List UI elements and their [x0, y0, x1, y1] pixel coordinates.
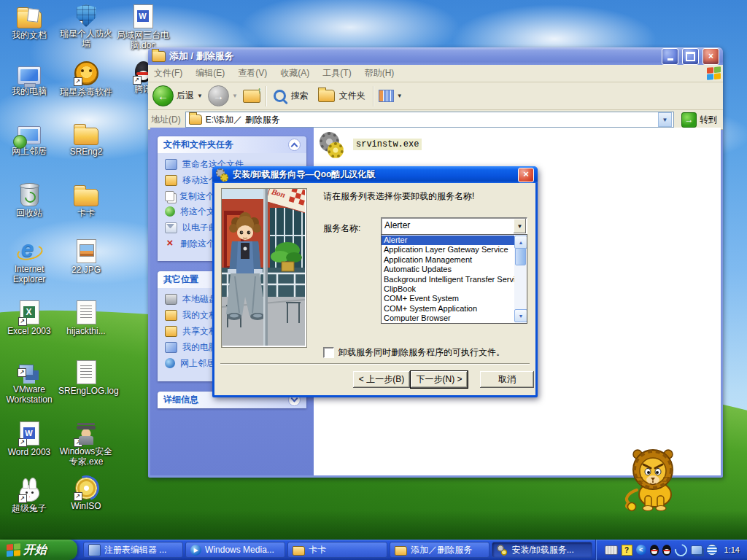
service-option[interactable]: Alerter — [382, 236, 514, 245]
desktop-icon-sreng2-folder[interactable]: SREng2 — [58, 121, 114, 158]
qq-tray-icon-1[interactable] — [650, 545, 659, 556]
menu-favorites[interactable]: 收藏(A) — [280, 67, 309, 79]
menu-tools[interactable]: 工具(T) — [322, 67, 351, 79]
desktop-icon-srenglog[interactable]: SREngLOG.log — [58, 360, 114, 397]
dialog-title-bar[interactable]: 安装/卸载服务向导—Qoo酷儿汉化版 × — [212, 166, 538, 183]
service-combobox[interactable]: Alerter ▼ — [381, 217, 527, 235]
close-button[interactable]: × — [703, 48, 719, 65]
service-option[interactable]: Application Layer Gateway Service — [382, 245, 514, 254]
address-field[interactable]: E:\添加／ 删除服务 ▼ — [185, 112, 674, 128]
desktop-icon-rising-firewall[interactable]: ↗瑞星个人防火墙 — [58, 4, 114, 50]
go-button[interactable]: → 转到 — [678, 112, 720, 128]
rising-lion-mascot[interactable] — [621, 445, 685, 514]
previous-step-button[interactable]: < 上一步(B) — [352, 370, 411, 389]
service-option[interactable]: ClipBook — [382, 284, 514, 294]
service-dropdown-list[interactable]: AlerterApplication Layer Gateway Service… — [381, 234, 527, 324]
desktop-icon-label: 我的电脑 — [1, 87, 57, 97]
folder-window-icon — [152, 51, 166, 62]
delete-executable-option[interactable]: 卸载服务同时删除服务程序的可执行文件。 — [323, 346, 505, 359]
maximize-button[interactable] — [682, 48, 699, 65]
service-option[interactable]: COM+ Event System — [382, 294, 514, 303]
up-folder-button[interactable] — [243, 90, 260, 103]
swirl-tray-icon[interactable] — [672, 541, 689, 559]
qq-tray-icon-2[interactable] — [662, 545, 671, 556]
forward-dropdown-caret-icon[interactable]: ▼ — [232, 93, 238, 99]
scrollbar-thumb[interactable] — [515, 248, 526, 265]
desktop-icon-super-rabbit[interactable]: ↗超级兔子 — [1, 477, 57, 514]
folders-button[interactable]: 文件夹 — [316, 90, 368, 102]
desktop-icon-network-places[interactable]: 网上邻居 — [1, 121, 57, 157]
desktop-icon-excel-2003[interactable]: ↗Excel 2003 — [1, 300, 57, 337]
desktop-icon-word-2003[interactable]: ↗Word 2003 — [1, 421, 57, 458]
address-dropdown-button[interactable]: ▼ — [658, 112, 672, 127]
back-dropdown-caret-icon[interactable]: ▼ — [197, 93, 203, 99]
file-name: srvinstw.exe — [353, 139, 422, 150]
desktop-icon-hijackthis[interactable]: hijackthi... — [58, 300, 114, 337]
desktop-icon-jpg-22[interactable]: 22.JPG — [58, 239, 114, 276]
rising-tray-icon[interactable] — [706, 544, 718, 556]
desktop-icon-label: Windows安全专家.exe — [58, 447, 114, 467]
desktop-icon-vmware[interactable]: ↗VMware Workstation — [1, 360, 57, 405]
back-label: 后退 — [177, 90, 194, 102]
desktop-icon-my-documents[interactable]: 我的文档 — [1, 4, 57, 41]
mydocs-icon — [165, 310, 177, 321]
service-option[interactable]: Background Intelligent Transfer Servi — [382, 275, 514, 284]
desktop-icon-lan-doc[interactable]: 局域网三台电脑.doc — [115, 4, 171, 51]
desktop-icon-my-computer[interactable]: 我的电脑 — [1, 61, 57, 97]
desktop-icon-winiso[interactable]: ↗WinISO — [58, 477, 114, 512]
security-expert-icon: ↗ — [76, 421, 96, 445]
views-dropdown-caret-icon[interactable]: ▼ — [397, 93, 403, 99]
collapse-tray-icon[interactable]: < — [636, 545, 646, 555]
taskbar-button-kaka[interactable]: 卡卡 — [287, 542, 387, 558]
taskbar-button-label: 注册表编辑器 ... — [104, 544, 178, 556]
network-places-icon — [18, 126, 41, 144]
desktop-icon-internet-explorer[interactable]: Internet Explorer — [1, 239, 57, 285]
minimize-button[interactable] — [662, 48, 678, 65]
taskbar-button-regedit[interactable]: 注册表编辑器 ... — [83, 542, 183, 558]
menu-edit[interactable]: 编辑(E) — [196, 67, 225, 79]
scroll-down-arrow-icon[interactable]: ▼ — [514, 309, 527, 322]
menu-help[interactable]: 帮助(H) — [365, 67, 395, 79]
tray-clock[interactable]: 1:14 — [724, 545, 740, 554]
shortcut-arrow-icon: ↗ — [18, 317, 27, 326]
views-button[interactable]: ▼ — [379, 90, 403, 102]
service-option[interactable]: Computer Browser — [382, 314, 514, 323]
desktop-icon-win-security-expert[interactable]: ↗Windows安全专家.exe — [58, 421, 114, 467]
menu-file[interactable]: 文件(F) — [154, 67, 182, 79]
jpeg-file-icon — [77, 239, 96, 263]
taskbar-button-label: 卡卡 — [309, 544, 382, 556]
next-step-button[interactable]: 下一步(N) > — [410, 370, 468, 389]
menu-view[interactable]: 查看(V) — [238, 67, 267, 79]
mycomputer-icon — [165, 342, 177, 353]
keyboard-tray-icon[interactable] — [605, 545, 618, 555]
taskbar-button-wizard[interactable]: 安装/卸载服务... — [492, 542, 592, 558]
help-tray-icon[interactable]: ? — [622, 545, 632, 556]
panel-section-title: 文件和文件夹任务 — [163, 139, 233, 151]
search-button[interactable]: 搜索 — [271, 90, 311, 102]
explorer-title-bar[interactable]: 添加 / 删除服务 × — [148, 47, 723, 65]
network-tray-icon[interactable] — [691, 545, 703, 555]
service-option[interactable]: Application Management — [382, 255, 514, 265]
list-scrollbar[interactable]: ▲ ▼ — [514, 236, 526, 322]
back-button[interactable]: ← 后退 ▼ — [152, 85, 203, 106]
cancel-button[interactable]: 取消 — [479, 370, 535, 389]
taskbar-button-add-remove[interactable]: 添加／删除服务 — [390, 542, 489, 558]
file-item-srvinstw[interactable]: srvinstw.exe — [318, 131, 422, 158]
shared-icon — [165, 326, 177, 337]
taskbar-button-wmp[interactable]: Windows Media... — [185, 542, 285, 558]
start-button[interactable]: 开始 — [0, 540, 77, 560]
shortcut-arrow-icon: ↗ — [133, 76, 142, 85]
desktop-icon-kaka-folder[interactable]: 卡卡 — [58, 182, 114, 219]
checkbox[interactable] — [323, 347, 334, 358]
shortcut-arrow-icon: ↗ — [18, 438, 27, 447]
forward-button[interactable]: → ▼ — [208, 85, 238, 106]
desktop-icon-rising-antivirus[interactable]: ↗瑞星杀毒软件 — [58, 61, 114, 98]
task-item-label: 网上邻居 — [180, 358, 215, 368]
panel-section-header[interactable]: 文件和文件夹任务 — [158, 136, 306, 153]
combobox-dropdown-button[interactable]: ▼ — [514, 219, 526, 233]
service-option[interactable]: COM+ System Application — [382, 304, 514, 314]
dialog-close-button[interactable]: × — [518, 168, 534, 182]
service-option[interactable]: Automatic Updates — [382, 265, 514, 274]
desktop-icon-recycle-bin[interactable]: 回收站 — [1, 182, 57, 219]
scroll-up-arrow-icon[interactable]: ▲ — [514, 236, 527, 249]
